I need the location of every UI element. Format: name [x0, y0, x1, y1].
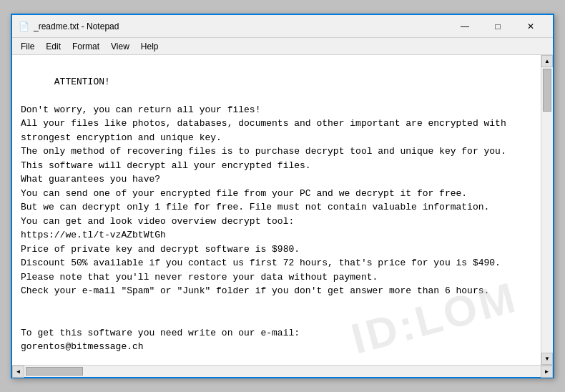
menu-help[interactable]: Help: [135, 38, 164, 55]
menu-edit[interactable]: Edit: [40, 38, 67, 55]
menu-view[interactable]: View: [105, 38, 135, 55]
scroll-thumb-v[interactable]: [543, 69, 551, 112]
title-bar-left: 📄 _readme.txt - Notepad: [18, 21, 119, 32]
title-bar: 📄 _readme.txt - Notepad — □ ✕: [12, 15, 553, 38]
content-area: ATTENTION! Don't worry, you can return a…: [12, 55, 553, 365]
scroll-track-v[interactable]: [541, 67, 553, 353]
text-editor[interactable]: ATTENTION! Don't worry, you can return a…: [12, 55, 541, 365]
notepad-window: 📄 _readme.txt - Notepad — □ ✕ File Edit …: [11, 14, 554, 378]
document-text: ATTENTION! Don't worry, you can return a…: [21, 77, 506, 366]
window-controls: — □ ✕: [448, 16, 547, 37]
menu-bar: File Edit Format View Help: [12, 38, 553, 55]
app-icon: 📄: [18, 21, 29, 32]
scroll-right-button[interactable]: ►: [541, 366, 553, 378]
maximize-button[interactable]: □: [481, 16, 514, 37]
window-title: _readme.txt - Notepad: [34, 21, 119, 31]
horizontal-scrollbar[interactable]: ◄ ►: [12, 365, 553, 377]
menu-format[interactable]: Format: [67, 38, 105, 55]
menu-file[interactable]: File: [15, 38, 40, 55]
scroll-down-button[interactable]: ▼: [541, 353, 553, 365]
vertical-scrollbar[interactable]: ▲ ▼: [541, 55, 553, 365]
minimize-button[interactable]: —: [448, 16, 481, 37]
close-button[interactable]: ✕: [514, 16, 547, 37]
scroll-up-button[interactable]: ▲: [541, 55, 553, 67]
scroll-left-button[interactable]: ◄: [12, 366, 24, 378]
scroll-thumb-h[interactable]: [26, 367, 83, 376]
scroll-track-h[interactable]: [24, 366, 541, 377]
